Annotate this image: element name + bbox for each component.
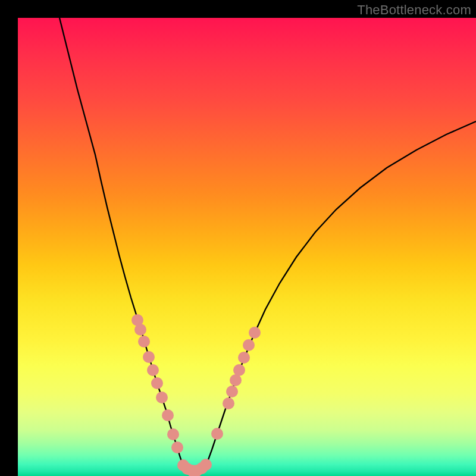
data-dot [249, 327, 261, 339]
data-dot [151, 377, 163, 389]
data-dots [131, 314, 261, 476]
data-dot [238, 352, 250, 364]
data-dot [226, 386, 238, 397]
data-dot [162, 409, 174, 421]
data-dot [134, 324, 146, 336]
data-dot [211, 428, 223, 440]
chart-frame: TheBottleneck.com [0, 0, 476, 476]
plot-area [18, 18, 476, 476]
bottleneck-curve [60, 18, 476, 471]
data-dot [167, 428, 179, 440]
data-dot [147, 364, 159, 376]
data-dot [243, 339, 255, 351]
data-dot [138, 336, 150, 347]
data-dot [200, 459, 212, 471]
watermark-text: TheBottleneck.com [357, 2, 471, 18]
data-dot [233, 364, 245, 376]
chart-svg [18, 18, 476, 476]
data-dot [156, 392, 168, 403]
data-dot [223, 397, 234, 409]
data-dot [171, 441, 183, 453]
data-dot [143, 351, 155, 363]
data-dot [230, 374, 242, 386]
